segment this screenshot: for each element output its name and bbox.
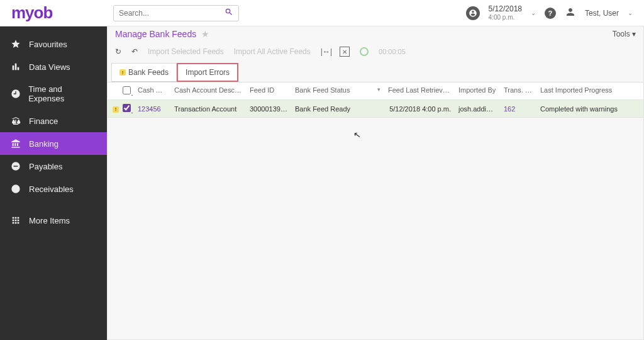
favourite-star-icon[interactable]: ★ xyxy=(201,29,209,39)
export-icon[interactable]: ✕ xyxy=(340,47,350,57)
sidebar-item-label: Favourites xyxy=(29,40,67,49)
sidebar-item-finance[interactable]: Finance xyxy=(0,110,107,132)
minus-circle-icon xyxy=(10,161,21,171)
page-title: Manage Bank Feeds ★ xyxy=(115,29,209,39)
cell-progress: Completed with warnings xyxy=(536,101,643,116)
grid-header: Cash Account Cash Account Description Fe… xyxy=(108,82,643,100)
sidebar-item-banking[interactable]: Banking xyxy=(0,132,107,155)
tab-import-errors[interactable]: Import Errors xyxy=(177,63,238,82)
scale-icon xyxy=(10,116,21,126)
col-last-retrieved[interactable]: Feed Last Retrieved On xyxy=(384,82,455,99)
cell-cash-account[interactable]: 123456 xyxy=(134,101,170,116)
row-checkbox[interactable] xyxy=(123,104,131,112)
sidebar-item-label: More Items xyxy=(29,216,70,225)
cell-status: Bank Feed Ready xyxy=(291,101,384,116)
cell-desc: Transaction Account xyxy=(170,101,246,116)
plus-circle-icon xyxy=(10,184,21,194)
status-ok-icon xyxy=(360,47,369,56)
timecode: 00:00:05 xyxy=(379,48,406,55)
sidebar-item-favourites[interactable]: Favourites xyxy=(0,33,107,55)
page-title-text: Manage Bank Feeds xyxy=(115,29,196,39)
bar-chart-icon xyxy=(10,62,21,72)
import-all-button[interactable]: Import All Active Feeds xyxy=(234,47,311,56)
sidebar: Favourites Data Views Time and Expenses … xyxy=(0,26,107,340)
user-name[interactable]: Test, User xyxy=(585,9,619,18)
fit-columns-icon[interactable]: |↔| xyxy=(321,47,332,56)
refresh-icon[interactable]: ↻ xyxy=(115,47,121,56)
sidebar-item-label: Finance xyxy=(29,116,58,126)
grid-icon xyxy=(10,215,21,225)
col-status[interactable]: Bank Feed Status xyxy=(291,82,384,99)
warning-icon: ! xyxy=(119,69,126,76)
table-row[interactable]: ! 123456 Transaction Account 3000013932 … xyxy=(108,100,643,118)
grid: Cash Account Cash Account Description Fe… xyxy=(108,82,643,118)
bank-icon xyxy=(10,139,21,149)
cell-feed-id: 3000013932 xyxy=(246,101,291,116)
col-cash-account[interactable]: Cash Account xyxy=(134,82,170,99)
help-icon[interactable]: ? xyxy=(545,8,556,19)
sidebar-item-label: Time and Expenses xyxy=(28,84,97,103)
clock-icon xyxy=(10,89,21,99)
sidebar-item-label: Banking xyxy=(29,139,58,149)
person-icon xyxy=(565,6,576,20)
sidebar-item-label: Receivables xyxy=(29,184,74,194)
search-input[interactable] xyxy=(119,9,225,18)
tab-label: Import Errors xyxy=(186,68,230,77)
sidebar-item-receivables[interactable]: Receivables xyxy=(0,178,107,200)
sidebar-item-payables[interactable]: Payables xyxy=(0,155,107,178)
sidebar-item-data-views[interactable]: Data Views xyxy=(0,55,107,78)
date-text: 5/12/2018 xyxy=(489,5,522,13)
star-icon xyxy=(10,39,21,49)
logo: myob xyxy=(0,3,107,23)
company-icon[interactable] xyxy=(466,6,480,20)
col-progress[interactable]: Last Imported Progress xyxy=(536,82,643,99)
cell-imported-by: josh.addiso... xyxy=(455,101,500,116)
tools-menu[interactable]: Tools ▾ xyxy=(613,30,636,38)
col-cash-desc[interactable]: Cash Account Description xyxy=(170,82,246,99)
undo-icon[interactable]: ↶ xyxy=(131,47,138,56)
select-all-checkbox[interactable] xyxy=(123,86,131,94)
col-imported-by[interactable]: Imported By xyxy=(455,82,500,99)
chevron-down-icon[interactable]: ⌄ xyxy=(628,9,633,16)
col-trans-last[interactable]: Trans. Last Imported xyxy=(500,82,536,99)
tab-bank-feeds[interactable]: !Bank Feeds xyxy=(111,63,177,82)
sidebar-item-time-expenses[interactable]: Time and Expenses xyxy=(0,78,107,110)
search-box[interactable] xyxy=(113,5,239,21)
sidebar-item-label: Data Views xyxy=(29,62,70,72)
time-text: 4:00 p.m. xyxy=(489,14,522,21)
sidebar-item-label: Payables xyxy=(29,162,62,171)
tab-label: Bank Feeds xyxy=(128,68,169,77)
sidebar-item-more[interactable]: More Items xyxy=(0,209,107,232)
chevron-down-icon[interactable]: ⌄ xyxy=(531,9,536,16)
col-feed-id[interactable]: Feed ID xyxy=(246,82,291,99)
cell-trans-last[interactable]: 162 xyxy=(500,101,536,116)
cell-last-retrieved: 5/12/2018 4:00 p.m. xyxy=(384,101,455,116)
import-selected-button[interactable]: Import Selected Feeds xyxy=(148,47,224,56)
warning-icon: ! xyxy=(113,106,119,113)
search-icon[interactable] xyxy=(225,8,233,18)
business-date[interactable]: 5/12/2018 4:00 p.m. xyxy=(489,5,522,20)
